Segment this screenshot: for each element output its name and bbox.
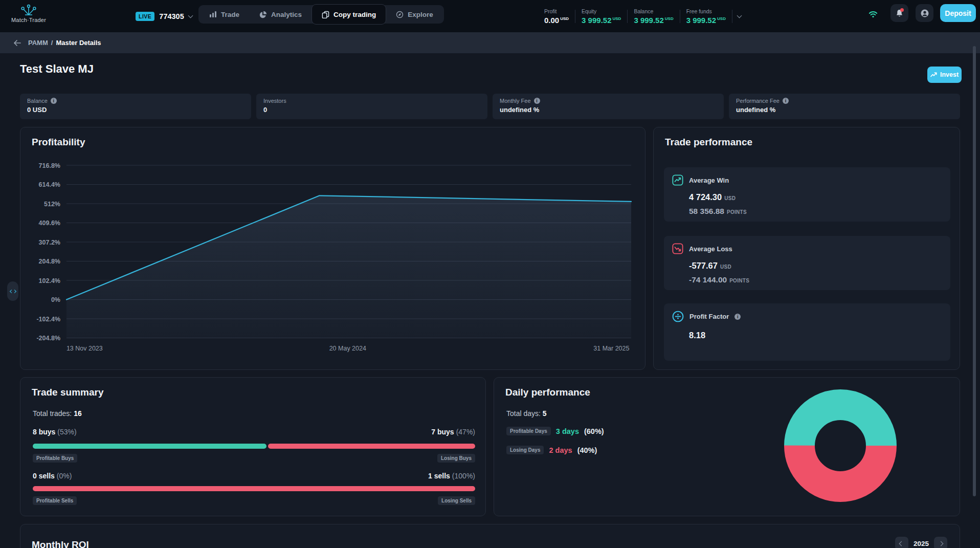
breadcrumb-root[interactable]: PAMM [28, 39, 48, 47]
info-icon[interactable] [734, 314, 741, 320]
wifi-icon [868, 10, 878, 18]
metric-label: Free funds [686, 8, 726, 14]
sells-tags-row: Profitable Sells Losing Sells [33, 496, 475, 505]
top-navigation-bar: Match·Trader LIVE 774305 Trade Analytics… [0, 0, 980, 32]
profitable-days-value: 3 days [556, 427, 579, 435]
svg-text:-102.4%: -102.4% [36, 316, 60, 323]
tab-copy-trading[interactable]: Copy trading [311, 4, 386, 25]
divider [732, 10, 732, 23]
invest-button[interactable]: Invest [927, 67, 962, 83]
tab-label: Copy trading [333, 11, 376, 18]
total-days: Total days: 5 [506, 409, 547, 418]
metric-value: 3 999.52 [634, 16, 663, 25]
svg-text:204.8%: 204.8% [39, 258, 60, 265]
stat-value: 0 USD [27, 106, 244, 114]
svg-text:512%: 512% [44, 201, 60, 208]
back-arrow-icon[interactable] [13, 39, 21, 47]
svg-text:409.6%: 409.6% [39, 220, 60, 227]
stat-label: Investors [263, 98, 286, 104]
profitable-days-tag: Profitable Days [506, 427, 551, 435]
breadcrumb-separator: / [51, 39, 53, 47]
losing-buys-bar [268, 444, 475, 449]
copy-icon [322, 11, 329, 18]
average-win-card: Average Win 4 724.30USD 58 356.88POINTS [664, 167, 950, 222]
brand-logo[interactable]: Match·Trader [9, 3, 48, 23]
daily-performance-donut-chart [784, 389, 897, 502]
side-panel-toggle[interactable] [7, 281, 18, 301]
metric-value: 3 999.52 [582, 16, 611, 25]
profitable-sells-tag: Profitable Sells [33, 496, 77, 505]
stat-value: 0 [263, 106, 480, 114]
account-selector[interactable]: LIVE 774305 [136, 0, 192, 32]
losing-days-pct: (40%) [577, 446, 597, 454]
stat-card-performance-fee: Performance Fee undefined % [729, 94, 960, 119]
metric-profit: Profit 0.00USD [538, 8, 575, 25]
info-icon[interactable] [783, 98, 789, 104]
next-year-button[interactable] [934, 537, 947, 548]
buys-tags-row: Profitable Buys Losing Buys [33, 454, 475, 463]
svg-text:614.4%: 614.4% [39, 181, 60, 188]
stat-card-balance: Balance 0 USD [20, 94, 251, 119]
deposit-button[interactable]: Deposit [940, 4, 976, 22]
profitable-days-row: Profitable Days 3 days (60%) [506, 427, 604, 435]
profile-button[interactable] [916, 4, 933, 22]
losing-days-row: Losing Days 2 days (40%) [506, 446, 597, 454]
losing-sells-tag: Losing Sells [438, 496, 475, 505]
average-loss-points: -74 144.00 [689, 275, 727, 284]
buys-labels-row: 8 buys(53%) 7 buys(47%) [33, 428, 475, 436]
panel-title: Trade summary [32, 387, 103, 398]
pie-chart-icon [259, 11, 267, 18]
brand-name: Match·Trader [11, 17, 46, 23]
info-icon[interactable] [534, 98, 540, 104]
tab-analytics[interactable]: Analytics [249, 5, 311, 24]
losing-days-value: 2 days [549, 446, 572, 454]
info-icon[interactable] [51, 98, 57, 104]
match-trader-logo-icon [18, 3, 39, 16]
metric-balance: Balance 3 999.52USD [628, 8, 679, 25]
svg-text:31 Mar 2025: 31 Mar 2025 [593, 345, 629, 352]
invest-label: Invest [940, 71, 959, 78]
metric-label: Equity [582, 8, 621, 14]
metric-equity: Equity 3 999.52USD [575, 8, 627, 25]
stat-label: Monthly Fee [500, 98, 531, 104]
vertical-scrollbar-thumb[interactable] [973, 46, 976, 496]
stat-value: undefined % [736, 106, 953, 114]
losing-days-tag: Losing Days [506, 446, 544, 454]
profitable-buys-bar [33, 444, 266, 449]
panel-title: Monthly ROI [32, 539, 89, 548]
svg-text:13 Nov 2023: 13 Nov 2023 [66, 345, 103, 352]
metric-currency: USD [717, 16, 726, 21]
trend-down-box-icon [672, 243, 683, 254]
average-win-usd: 4 724.30 [689, 192, 722, 202]
svg-text:20 May 2024: 20 May 2024 [329, 345, 366, 352]
metric-label: Balance [634, 8, 673, 14]
notifications-button[interactable] [890, 4, 908, 22]
card-label: Average Win [689, 177, 729, 184]
year-label: 2025 [914, 540, 929, 547]
metric-value: 0.00 [544, 16, 559, 25]
metric-label: Profit [544, 8, 569, 14]
metric-value: 3 999.52 [686, 16, 716, 25]
card-label: Profit Factor [689, 313, 729, 320]
sells-labels-row: 0 sells(0%) 1 sells(100%) [33, 472, 475, 480]
tab-label: Explore [408, 11, 433, 18]
tab-label: Analytics [271, 11, 302, 18]
average-loss-card: Average Loss -577.67USD -74 144.00POINTS [664, 236, 950, 290]
live-badge: LIVE [136, 12, 154, 21]
tab-explore[interactable]: Explore [386, 5, 443, 24]
losing-buys-tag: Losing Buys [437, 454, 475, 463]
trade-performance-panel: Trade performance Average Win 4 724.30US… [653, 127, 960, 370]
previous-year-button[interactable] [895, 537, 908, 548]
metric-free-funds: Free funds 3 999.52USD [680, 8, 732, 25]
tab-trade[interactable]: Trade [199, 5, 249, 24]
metric-currency: USD [560, 16, 569, 21]
panel-title: Profitability [32, 137, 85, 148]
compass-icon [396, 11, 404, 18]
average-loss-usd: -577.67 [689, 261, 718, 271]
metrics-expand-chevron-icon[interactable] [737, 13, 742, 18]
stat-value: undefined % [500, 106, 717, 114]
breadcrumb: PAMM / Master Details [0, 32, 980, 53]
average-win-points: 58 356.88 [689, 207, 724, 216]
svg-text:102.4%: 102.4% [39, 277, 60, 284]
year-pager: 2025 [895, 537, 947, 548]
